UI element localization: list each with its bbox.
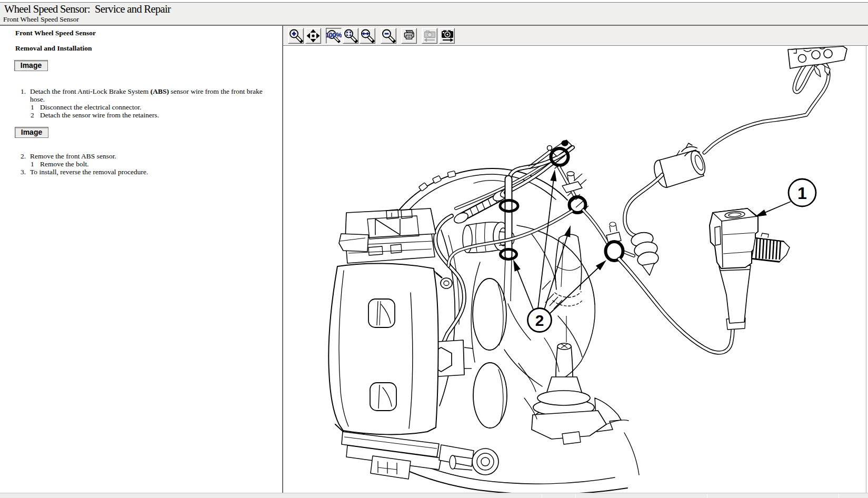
- svg-text:2: 2: [535, 312, 544, 329]
- svg-text:100%: 100%: [326, 31, 342, 39]
- svg-text:1: 1: [797, 184, 807, 203]
